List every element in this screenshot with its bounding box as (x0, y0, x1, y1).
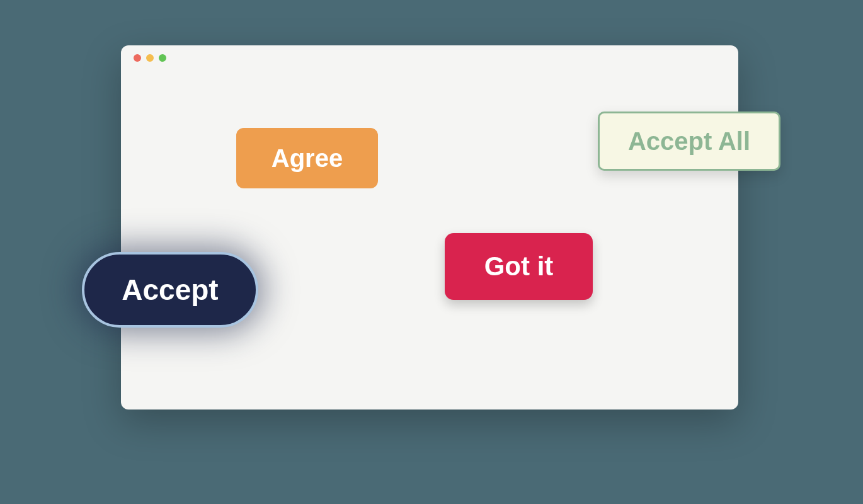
got-it-button[interactable]: Got it (445, 233, 593, 300)
accept-button[interactable]: Accept (82, 252, 258, 328)
maximize-icon[interactable] (159, 54, 166, 62)
window-titlebar (121, 45, 738, 71)
minimize-icon[interactable] (146, 54, 154, 62)
accept-all-button[interactable]: Accept All (598, 112, 780, 171)
close-icon[interactable] (134, 54, 141, 62)
agree-button[interactable]: Agree (236, 128, 378, 188)
app-window (121, 45, 738, 410)
